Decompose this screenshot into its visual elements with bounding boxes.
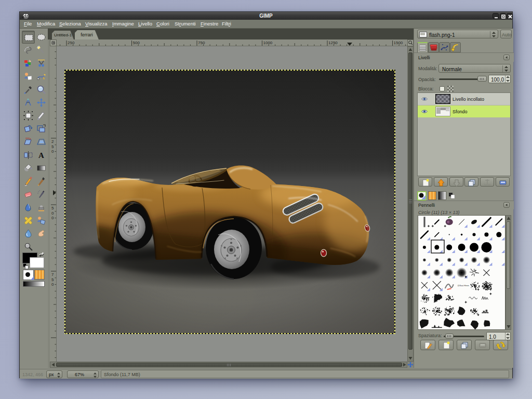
svg-text:0: 0: [51, 211, 54, 216]
svg-text:A: A: [38, 151, 44, 159]
svg-text:2: 2: [51, 139, 54, 144]
svg-text:0: 0: [51, 216, 54, 220]
svg-text:5: 5: [51, 277, 54, 282]
svg-text:5: 5: [51, 144, 54, 149]
svg-text:0: 0: [51, 149, 54, 154]
svg-text:500: 500: [133, 41, 140, 45]
svg-text:7: 7: [51, 272, 54, 277]
svg-text:1250: 1250: [328, 41, 338, 45]
svg-text:1500: 1500: [394, 41, 403, 45]
svg-text:750: 750: [198, 41, 205, 45]
svg-text:0: 0: [51, 282, 54, 287]
svg-text:@float Hmm: @float Hmm: [458, 284, 470, 287]
svg-text:5: 5: [51, 206, 54, 210]
svg-text:250: 250: [68, 41, 75, 45]
svg-text:1000: 1000: [263, 41, 273, 45]
